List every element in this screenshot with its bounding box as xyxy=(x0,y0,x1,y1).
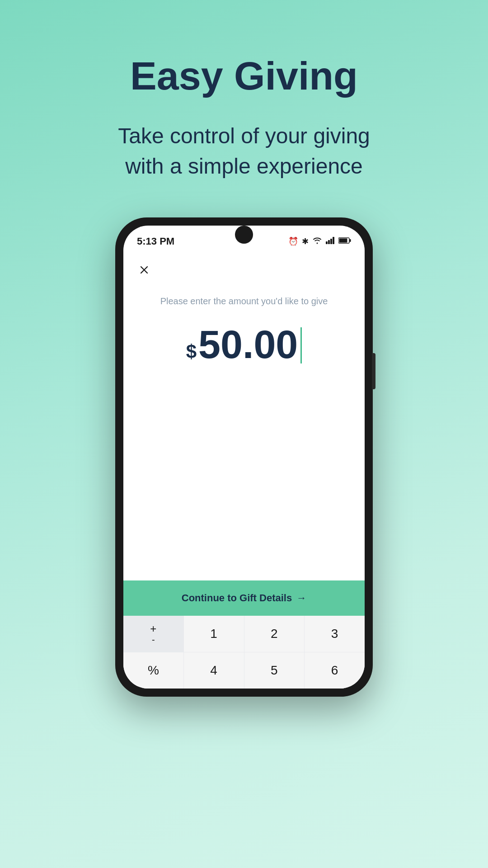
amount-display: $ 50.00 xyxy=(186,325,302,366)
spacer xyxy=(123,439,365,581)
phone-mockup: 5:13 PM ⏰ ✱ xyxy=(115,217,373,697)
key-3[interactable]: 3 xyxy=(305,616,365,652)
amount-section: Please enter the amount you'd like to gi… xyxy=(123,287,365,439)
close-icon xyxy=(138,264,150,276)
svg-rect-2 xyxy=(330,239,332,244)
key-plus-minus[interactable]: + - xyxy=(123,616,183,652)
text-cursor xyxy=(300,327,302,363)
page-title: Easy Giving xyxy=(118,54,370,98)
svg-rect-6 xyxy=(350,239,351,242)
battery-icon xyxy=(338,237,351,246)
phone-screen: 5:13 PM ⏰ ✱ xyxy=(123,226,365,689)
alarm-icon: ⏰ xyxy=(288,236,298,246)
signal-icon xyxy=(326,237,335,246)
wifi-icon xyxy=(312,237,322,246)
svg-rect-0 xyxy=(326,241,328,244)
svg-rect-5 xyxy=(339,238,347,242)
svg-rect-1 xyxy=(328,240,330,244)
status-time: 5:13 PM xyxy=(137,236,174,247)
app-content: Please enter the amount you'd like to gi… xyxy=(123,253,365,689)
continue-button[interactable]: Continue to Gift Details → xyxy=(123,580,365,616)
key-percent[interactable]: % xyxy=(123,652,183,689)
continue-button-label: Continue to Gift Details xyxy=(182,592,292,604)
phone-side-button xyxy=(372,353,375,389)
bluetooth-icon: ✱ xyxy=(302,236,309,246)
phone-frame: 5:13 PM ⏰ ✱ xyxy=(115,217,373,697)
close-button-row xyxy=(123,253,365,287)
key-5[interactable]: 5 xyxy=(244,652,305,689)
amount-value: 50.00 xyxy=(198,325,298,364)
page-subtitle: Take control of your givingwith a simple… xyxy=(118,121,370,181)
phone-camera xyxy=(235,226,253,244)
key-6[interactable]: 6 xyxy=(305,652,365,689)
key-2[interactable]: 2 xyxy=(244,616,305,652)
amount-prompt: Please enter the amount you'd like to gi… xyxy=(160,296,328,307)
svg-rect-3 xyxy=(333,237,334,244)
key-1[interactable]: 1 xyxy=(184,616,244,652)
close-button[interactable] xyxy=(134,260,154,280)
status-icons: ⏰ ✱ xyxy=(288,236,351,246)
keyboard: + - 1 2 3 % 4 5 6 xyxy=(123,616,365,689)
currency-symbol: $ xyxy=(186,341,197,363)
arrow-right-icon: → xyxy=(296,592,306,604)
page-header: Easy Giving Take control of your givingw… xyxy=(82,54,406,181)
key-4[interactable]: 4 xyxy=(184,652,244,689)
